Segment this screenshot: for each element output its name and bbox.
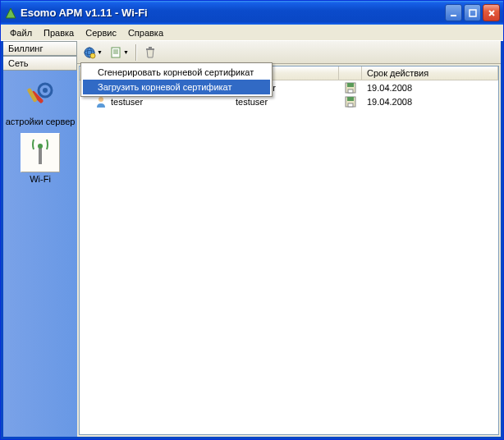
svg-rect-20 [149, 47, 152, 48]
svg-rect-2 [470, 10, 476, 16]
svg-point-14 [90, 53, 95, 58]
sidebar-tab-network[interactable]: Сеть [3, 56, 77, 71]
cell-expiry: 19.04.2008 [367, 83, 412, 93]
maximize-button[interactable] [464, 4, 481, 21]
trash-icon [144, 46, 157, 59]
sidebar-item-wifi[interactable]: Wi-Fi [5, 133, 76, 184]
globe-icon [83, 46, 96, 59]
sidebar-item-label: астройки сервер [6, 117, 76, 126]
minimize-button[interactable] [445, 4, 462, 21]
sidebar: Биллинг Сеть астройки сервер [3, 41, 77, 437]
app-window: Esomo APM v1.11 - Wi-Fi Файл Правка Серв… [0, 0, 504, 440]
main-panel: ▼ ▼ [77, 41, 501, 437]
disk-icon [345, 96, 356, 108]
content-area: Биллинг Сеть астройки сервер [1, 41, 503, 439]
svg-rect-1 [451, 15, 456, 16]
list-body: superuser superuser 19.04.2008 [80, 80, 498, 434]
menu-service[interactable]: Сервис [80, 26, 122, 39]
cell-expiry: 19.04.2008 [367, 97, 412, 107]
svg-rect-15 [112, 48, 120, 57]
column-status[interactable] [339, 66, 362, 80]
sidebar-item-server-settings[interactable]: астройки сервер [5, 76, 76, 126]
cert-dropdown-menu: Сгенерировать корневой сертификат Загруз… [80, 62, 273, 97]
svg-point-26 [99, 97, 103, 102]
tools-icon [21, 76, 60, 115]
chevron-down-icon: ▼ [123, 49, 129, 55]
menu-edit[interactable]: Правка [38, 26, 80, 39]
svg-point-6 [43, 88, 48, 93]
window-title: Esomo APM v1.11 - Wi-Fi [21, 7, 445, 19]
menu-generate-root-cert[interactable]: Сгенерировать корневой сертификат [83, 65, 270, 80]
disk-icon [345, 82, 356, 94]
svg-rect-28 [347, 97, 354, 101]
menu-load-root-cert[interactable]: Загрузить корневой сертификат [83, 80, 270, 94]
svg-point-10 [38, 144, 43, 149]
sidebar-tab-billing[interactable]: Биллинг [3, 41, 77, 56]
menubar: Файл Правка Сервис Справка [1, 25, 503, 41]
titlebar[interactable]: Esomo APM v1.11 - Wi-Fi [1, 1, 503, 25]
user-list: Срок действия superuser superuser [79, 66, 499, 435]
sidebar-item-label: Wi-Fi [30, 174, 51, 184]
toolbar-separator [135, 44, 137, 61]
menu-file[interactable]: Файл [4, 26, 38, 39]
certificate-icon [109, 46, 122, 59]
menu-help[interactable]: Справка [122, 26, 169, 39]
cert-dropdown-button[interactable]: ▼ [80, 44, 105, 62]
close-button[interactable] [483, 4, 500, 21]
wifi-icon [21, 133, 60, 172]
delete-button[interactable] [141, 44, 159, 62]
svg-rect-29 [348, 103, 353, 107]
toolbar: ▼ ▼ [77, 41, 501, 64]
cert-action-button[interactable]: ▼ [107, 44, 131, 62]
svg-rect-24 [347, 83, 354, 87]
app-icon [4, 7, 17, 20]
column-expiry[interactable]: Срок действия [362, 66, 498, 80]
svg-rect-19 [146, 48, 154, 50]
svg-rect-9 [39, 148, 42, 164]
cell-owner: testuser [236, 97, 268, 107]
svg-rect-25 [348, 89, 353, 93]
cell-login: testuser [111, 97, 143, 107]
chevron-down-icon: ▼ [97, 49, 103, 55]
svg-marker-0 [6, 8, 16, 18]
